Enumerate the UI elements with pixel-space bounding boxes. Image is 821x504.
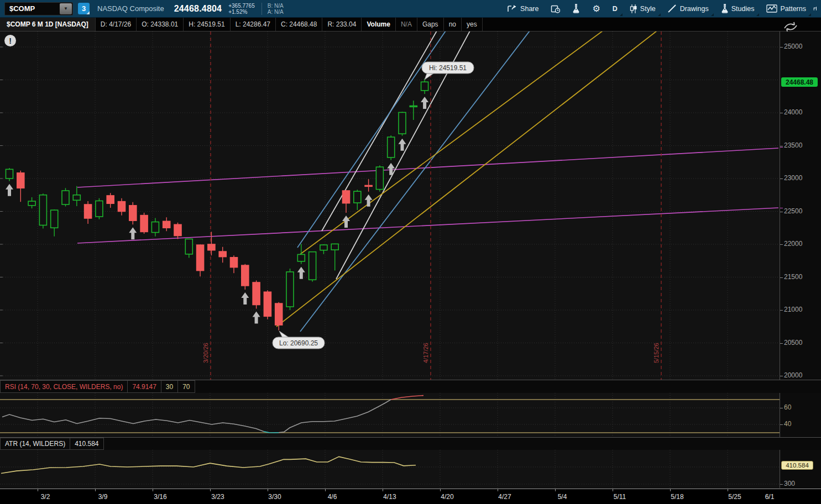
buy-signal-arrow-icon	[297, 267, 305, 279]
warning-icon[interactable]: !	[4, 35, 16, 46]
status-cell[interactable]: Gaps	[417, 18, 444, 31]
ohlc-cells: D: 4/17/26O: 24338.01H: 24519.51L: 24286…	[96, 18, 483, 31]
toolbar-button-gear[interactable]: ⚙	[586, 0, 606, 18]
rsi-oversold-level[interactable]: 30	[161, 380, 178, 393]
toolbar-button-share[interactable]: Share	[501, 0, 545, 18]
toolbar-button-studies[interactable]: Studies	[715, 0, 761, 18]
expiration-line: 3/20/26	[202, 32, 211, 380]
clipped-button[interactable]	[812, 0, 821, 18]
trendline-white_line[interactable]	[322, 32, 437, 231]
axis-tick	[780, 424, 783, 425]
candle-3/30	[264, 290, 271, 319]
gear-icon: ⚙	[592, 4, 600, 13]
candle-4/1	[286, 269, 294, 310]
chart-status-bar: $COMP 6 M 1D [NASDAQ] D: 4/17/26O: 24338…	[0, 18, 821, 32]
top-toolbar: $COMP ▼ 3 NASDAQ Composite 24468.4804 +3…	[0, 0, 821, 18]
price-axis[interactable]: 2500024000235002300022500220002150021000…	[780, 32, 821, 380]
trendline-yellow[interactable]	[276, 32, 657, 327]
chart-group-badge[interactable]: 3	[78, 3, 90, 14]
chevron-down-icon: ▼	[64, 6, 68, 11]
date-axis-label: 3/23	[211, 493, 224, 501]
atr-label[interactable]: ATR (14, WILDERS)	[0, 438, 70, 450]
toolbar-button-label: Patterns	[780, 5, 806, 13]
change-value: +365.7765	[228, 3, 255, 9]
axis-tick	[780, 310, 783, 311]
ask-value: A: N/A	[268, 9, 284, 15]
candle-3/11	[118, 198, 125, 216]
axis-tick	[780, 179, 783, 179]
candle-3/16	[151, 218, 159, 236]
candle-4/17	[421, 78, 428, 109]
rsi-panel[interactable]	[0, 393, 780, 437]
last-price: 24468.4804	[174, 4, 222, 14]
axis-tick	[780, 343, 783, 344]
chart-title: $COMP 6 M 1D [NASDAQ]	[0, 18, 96, 31]
candle-4/7	[331, 244, 338, 271]
price-axis-label: 24000	[784, 108, 802, 116]
candle-3/27	[253, 280, 260, 323]
candle-4/16	[410, 101, 417, 120]
status-cell: O: 24338.01	[137, 18, 184, 31]
date-axis-label: 3/9	[98, 493, 108, 501]
toolbar-button-style[interactable]: Style	[624, 0, 662, 18]
toolbar-button-drawings[interactable]: Drawings	[662, 0, 715, 18]
bid-value: B: N/A	[268, 3, 284, 9]
high-tooltip: Hi: 24519.51	[422, 62, 474, 80]
rsi-axis: 6040	[780, 393, 821, 437]
status-cell[interactable]: Volume	[362, 18, 395, 31]
dropdown-corner-icon	[808, 13, 811, 16]
candle-3/3	[51, 209, 58, 237]
svg-text:Lo: 20690.25: Lo: 20690.25	[279, 339, 318, 347]
status-cell[interactable]: no	[444, 18, 462, 31]
rsi-line-overbought	[391, 396, 423, 400]
candle-3/26	[241, 264, 249, 305]
candle-4/6	[320, 244, 327, 254]
trendline-magenta[interactable]	[77, 148, 778, 187]
date-tick	[153, 489, 153, 491]
date-axis[interactable]: 3/23/93/163/233/304/64/134/204/275/45/11…	[0, 489, 821, 504]
axis-tick	[780, 244, 783, 245]
status-cell: D: 4/17/26	[96, 18, 137, 31]
candle-4/9	[354, 190, 361, 210]
date-tick	[440, 489, 441, 491]
toolbar-button-flask[interactable]	[566, 0, 586, 18]
candle-3/25	[231, 255, 238, 273]
bid-ask: B: N/A A: N/A	[262, 3, 284, 15]
low-tooltip: Lo: 20690.25	[273, 331, 325, 349]
buy-signal-arrow-icon	[399, 139, 406, 151]
candle-3/9	[96, 198, 103, 219]
price-axis-label: 23000	[784, 174, 802, 182]
svg-text:3/20/26: 3/20/26	[202, 343, 209, 363]
toolbar-button-calendar[interactable]	[545, 0, 566, 18]
atr-panel[interactable]	[0, 450, 780, 488]
toolbar-button-d[interactable]: D	[606, 0, 624, 18]
symbol-dropdown-button[interactable]: ▼	[60, 3, 72, 14]
rsi-overbought-level[interactable]: 70	[178, 380, 195, 393]
buy-signal-arrow-icon	[6, 184, 13, 196]
toolbar-button-patterns[interactable]: Patterns	[760, 0, 812, 18]
date-tick	[210, 489, 211, 491]
buy-signal-arrow-icon	[241, 292, 249, 305]
axis-tick	[780, 47, 783, 48]
trendline-magenta[interactable]	[77, 208, 778, 243]
candle-2/25	[6, 168, 13, 196]
date-tick	[728, 489, 728, 491]
buy-signal-arrow-icon	[421, 97, 428, 109]
candle-3/12	[129, 202, 137, 239]
buy-signal-arrow-icon	[342, 216, 350, 228]
flask-icon	[572, 4, 580, 13]
rsi-label[interactable]: RSI (14, 70, 30, CLOSE, WILDERS, no)	[0, 380, 128, 393]
date-tick	[555, 489, 556, 491]
pencil-icon	[668, 4, 677, 13]
candle-3/6	[85, 201, 92, 224]
candle-3/24	[219, 247, 226, 263]
svg-text:4/17/26: 4/17/26	[422, 343, 429, 363]
candle-4/13	[376, 165, 383, 192]
main-price-chart[interactable]: 3/20/264/17/265/15/26Hi: 24519.51Lo: 206…	[0, 32, 780, 380]
status-cell[interactable]: yes	[462, 18, 483, 31]
date-tick	[498, 489, 498, 491]
candle-3/18	[174, 223, 181, 239]
status-cell: R: 233.04	[322, 18, 362, 31]
symbol-input[interactable]: $COMP ▼	[4, 2, 73, 15]
axis-tick	[780, 277, 783, 278]
